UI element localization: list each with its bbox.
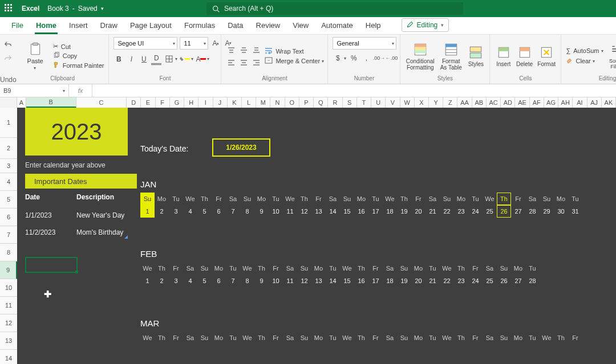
undo-button[interactable]	[3, 39, 13, 50]
col-header-W[interactable]: W	[400, 97, 415, 108]
select-all-corner[interactable]	[0, 97, 17, 108]
day-cell[interactable]: 4	[183, 205, 197, 218]
sheet-canvas[interactable]: 2023 Enter calendar year above Important…	[17, 108, 616, 364]
col-header-J[interactable]: J	[213, 97, 228, 108]
col-header-AA[interactable]: AA	[457, 97, 472, 108]
day-cell[interactable]: 13	[311, 205, 326, 218]
col-header-N[interactable]: N	[270, 97, 285, 108]
row-header-8[interactable]: 8	[0, 244, 17, 261]
day-cell[interactable]: 14	[326, 275, 340, 287]
clear-button[interactable]: Clear▾	[566, 57, 603, 65]
day-cell[interactable]: 10	[269, 275, 283, 287]
col-header-AG[interactable]: AG	[544, 97, 558, 108]
day-cell[interactable]: 23	[454, 205, 468, 218]
day-cell[interactable]: 20	[411, 205, 425, 218]
row-header-1[interactable]: 1	[0, 108, 17, 138]
col-header-G[interactable]: G	[170, 97, 184, 108]
col-header-T[interactable]: T	[357, 97, 371, 108]
col-header-K[interactable]: K	[228, 97, 242, 108]
row-header-7[interactable]: 7	[0, 226, 17, 244]
day-cell[interactable]: 26	[497, 275, 511, 287]
day-cell[interactable]: 13	[311, 275, 326, 287]
day-cell[interactable]: 27	[511, 205, 525, 218]
day-cell[interactable]: 24	[468, 205, 483, 218]
col-header-R[interactable]: R	[328, 97, 342, 108]
day-cell[interactable]: 20	[411, 275, 425, 287]
paste-button[interactable]: Paste▾	[21, 42, 50, 71]
day-cell[interactable]: 24	[468, 275, 483, 287]
event-date[interactable]: 1/1/2023	[25, 211, 52, 219]
day-cell[interactable]: 15	[340, 205, 354, 218]
day-cell[interactable]: 17	[368, 275, 383, 287]
day-cell[interactable]: 4	[183, 275, 197, 287]
day-cell[interactable]: 25	[483, 205, 497, 218]
row-header-12[interactable]: 12	[0, 314, 17, 332]
comma-button[interactable]: ,	[361, 53, 371, 63]
insert-cells-button[interactable]: Insert	[495, 45, 512, 67]
tab-insert[interactable]: Insert	[68, 18, 89, 34]
accounting-button[interactable]: $	[333, 53, 343, 63]
col-header-V[interactable]: V	[386, 97, 400, 108]
day-cell[interactable]: 2	[155, 205, 169, 218]
align-middle-button[interactable]	[238, 45, 249, 55]
day-cell[interactable]: 22	[440, 205, 454, 218]
col-header-S[interactable]: S	[343, 97, 357, 108]
day-cell[interactable]: 11	[283, 205, 297, 218]
day-cell[interactable]: 7	[226, 205, 240, 218]
cut-button[interactable]: ✂Cut	[53, 43, 104, 50]
day-cell[interactable]: 21	[425, 275, 440, 287]
col-header-AD[interactable]: AD	[501, 97, 515, 108]
tab-page-layout[interactable]: Page Layout	[129, 18, 173, 34]
col-header-P[interactable]: P	[299, 97, 314, 108]
format-cells-button[interactable]: Format	[537, 45, 557, 67]
event-date[interactable]: 11/2/2023	[25, 228, 55, 236]
align-top-button[interactable]	[226, 45, 236, 55]
day-cell[interactable]: 9	[254, 205, 269, 218]
day-cell[interactable]: 10	[269, 205, 283, 218]
event-desc[interactable]: Mom's Birthday	[76, 228, 123, 236]
underline-button[interactable]: U	[139, 54, 149, 64]
day-cell[interactable]: 19	[397, 275, 411, 287]
tab-file[interactable]: File	[10, 18, 25, 34]
increase-decimal-button[interactable]: .00→	[374, 53, 384, 63]
row-header-10[interactable]: 10	[0, 279, 17, 297]
italic-button[interactable]: I	[126, 54, 136, 64]
file-name-group[interactable]: Book 3 - Saved ▾	[47, 5, 103, 13]
day-cell[interactable]: 1	[140, 275, 155, 287]
col-header-U[interactable]: U	[371, 97, 386, 108]
bold-button[interactable]: B	[114, 54, 124, 64]
decrease-decimal-button[interactable]: ←.00	[386, 53, 396, 63]
col-header-AK[interactable]: AK	[602, 97, 616, 108]
row-header-13[interactable]: 13	[0, 332, 17, 350]
col-header-F[interactable]: F	[156, 97, 170, 108]
col-header-X[interactable]: X	[415, 97, 429, 108]
day-cell[interactable]: 19	[397, 205, 411, 218]
col-header-C[interactable]: C	[76, 97, 127, 108]
format-as-table-button[interactable]: Format As Table	[439, 42, 463, 71]
col-header-Y[interactable]: Y	[429, 97, 443, 108]
conditional-formatting-button[interactable]: Conditional Formatting	[405, 42, 435, 71]
tab-view[interactable]: View	[291, 18, 310, 34]
col-header-AF[interactable]: AF	[530, 97, 544, 108]
font-color-button[interactable]: A	[196, 54, 206, 64]
col-header-Q[interactable]: Q	[314, 97, 328, 108]
align-right-button[interactable]	[251, 57, 261, 67]
day-cell[interactable]: 5	[197, 275, 212, 287]
day-cell[interactable]: 8	[240, 275, 254, 287]
day-cell[interactable]: 16	[354, 205, 368, 218]
day-cell[interactable]: 2	[155, 275, 169, 287]
day-cell[interactable]: 3	[169, 275, 183, 287]
align-left-button[interactable]	[226, 57, 236, 67]
col-header-L[interactable]: L	[242, 97, 256, 108]
copy-button[interactable]: Copy	[53, 52, 104, 60]
day-cell[interactable]: 12	[297, 275, 311, 287]
increase-font-button[interactable]: A▴	[210, 38, 221, 48]
active-cell-B9[interactable]	[25, 257, 78, 273]
col-header-M[interactable]: M	[256, 97, 270, 108]
align-center-button[interactable]	[238, 57, 249, 67]
tab-automate[interactable]: Automate	[320, 18, 354, 34]
font-name-select[interactable]: Segoe UI	[114, 37, 177, 50]
autosum-button[interactable]: ∑AutoSum▾	[566, 47, 603, 54]
col-header-Z[interactable]: Z	[443, 97, 457, 108]
col-header-AJ[interactable]: AJ	[587, 97, 602, 108]
